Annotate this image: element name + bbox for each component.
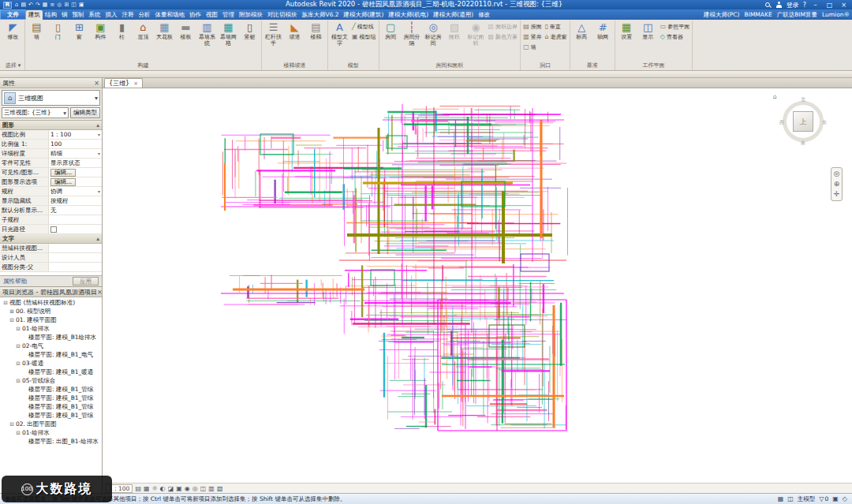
ribbon-tab[interactable]: 建筑 <box>26 10 43 20</box>
ribbon-tab[interactable]: 建模大师(机电) <box>386 9 431 20</box>
ribbon-tool[interactable]: ◫显示 <box>637 21 659 41</box>
ribbon-tool[interactable]: ▯垂直 <box>544 22 569 32</box>
edit-type-button[interactable]: 编辑类型 <box>70 107 100 118</box>
visual-style-icon[interactable]: ▦ <box>144 484 150 493</box>
ribbon-tab[interactable]: 钢 <box>59 9 70 20</box>
property-value[interactable]: 协调▾ <box>49 187 102 196</box>
ribbon-tool[interactable]: ▥竖井 <box>521 32 544 42</box>
expand-icon[interactable]: ⊟ <box>15 378 21 384</box>
property-value[interactable]: 显示原状态 <box>49 159 102 167</box>
redo-icon[interactable]: ↷ <box>36 2 40 8</box>
ribbon-tool[interactable]: ▩颜色方案 <box>487 32 520 42</box>
temporary-view-properties-icon[interactable]: ▥ <box>208 484 215 493</box>
ribbon-tab[interactable]: 附加模块 <box>237 9 265 20</box>
minimize-button[interactable]: – <box>810 1 820 9</box>
plugin-tab[interactable]: 建模大师(PC) <box>701 9 742 20</box>
filter-button[interactable]: ▽0 <box>819 495 828 502</box>
section-icon[interactable]: ◫ <box>71 2 77 8</box>
steering-wheel-icon[interactable]: ◎ <box>834 170 840 177</box>
view-cube[interactable]: ⌂ 上 北 东 南 西 <box>778 96 828 147</box>
expand-icon[interactable]: ⊟ <box>9 317 15 323</box>
ribbon-tab[interactable]: 插入 <box>103 9 120 20</box>
open-icon[interactable]: ⌂ <box>15 2 18 8</box>
tree-item[interactable]: 楼层平面: 出图_B1-给排水 <box>0 437 102 446</box>
ribbon-tab[interactable]: 协作 <box>187 9 204 20</box>
zoom-icon[interactable]: ⊕ <box>834 181 840 188</box>
plugin-tab[interactable]: 广联达BIM算量 <box>775 9 820 20</box>
tag-icon[interactable]: ◎ <box>57 2 62 8</box>
rendering-icon[interactable]: ◪ <box>168 484 174 493</box>
print-icon[interactable]: ▦ <box>43 2 48 8</box>
login-button[interactable]: 登录 <box>787 1 799 9</box>
tree-item[interactable]: ⊟01. 建模平面图 <box>0 315 102 324</box>
sun-path-icon[interactable]: ☼ <box>152 484 158 493</box>
tree-item[interactable]: 楼层平面: 建模_B1_管综 <box>0 402 102 411</box>
crop-view-icon[interactable]: ▣ <box>176 484 182 493</box>
navigation-bar[interactable]: ◎⊕✛ <box>831 167 843 201</box>
tree-item[interactable]: 楼层平面: 建模_B1_管综 <box>0 411 102 420</box>
ribbon-tab[interactable]: 管理 <box>220 9 237 20</box>
temporary-hide-icon[interactable]: ◎ <box>192 484 198 493</box>
property-value[interactable] <box>49 253 102 262</box>
ribbon-tool[interactable]: ⌂老虎窗 <box>544 32 569 42</box>
property-value[interactable] <box>49 225 102 233</box>
ribbon-tool[interactable]: △标高 <box>571 21 592 41</box>
property-value[interactable]: 编辑... <box>49 168 102 177</box>
ribbon-tool[interactable]: ▧面积边界 <box>487 22 520 32</box>
apply-button[interactable]: 应用 <box>73 277 99 286</box>
worksets-icon[interactable]: ◫ <box>787 496 794 502</box>
tree-item[interactable]: ⊟01-给排水 <box>0 324 102 333</box>
tree-item[interactable]: 楼层平面: 建模_B1_电气 <box>0 350 102 359</box>
expand-icon[interactable]: ⊟ <box>15 326 21 332</box>
ribbon-tool[interactable]: ▢房间 <box>380 21 402 41</box>
ribbon-tab[interactable]: 注释 <box>120 9 136 20</box>
expand-icon[interactable]: ⊟ <box>9 421 15 427</box>
revit-app-icon[interactable]: R <box>3 2 12 9</box>
expand-icon[interactable]: ⊟ <box>15 343 21 349</box>
search-icon[interactable] <box>764 2 772 9</box>
ribbon-tab[interactable]: 结构 <box>43 9 59 20</box>
ribbon-tool[interactable]: ▤墙 <box>26 21 47 41</box>
ribbon-tool[interactable]: ▥幕墙系统 <box>196 21 218 47</box>
view-tab-3d[interactable]: {三维} × <box>104 78 143 88</box>
ribbon-tool[interactable]: ▦幕墙网格 <box>218 21 239 47</box>
drawing-canvas[interactable]: ⌂ 上 北 东 南 西 ◎⊕✛ <box>103 88 852 483</box>
instance-selector[interactable]: 三维视图: {三维} ▾ <box>2 107 69 118</box>
tree-item[interactable]: 楼层平面: 建模_B1_管综 <box>0 394 102 402</box>
close-icon[interactable]: × <box>94 80 99 87</box>
ribbon-tool[interactable]: ◎标记房间 <box>423 21 444 47</box>
properties-header[interactable]: 属性 × <box>0 78 102 88</box>
property-value[interactable] <box>49 244 102 252</box>
home-icon[interactable]: ⌂ <box>773 93 777 100</box>
ribbon-tool[interactable]: ▣模型组 <box>350 32 378 42</box>
tree-item[interactable]: ⊞00. 模型说明 <box>0 307 102 315</box>
constraints-icon[interactable]: ▧ <box>217 484 223 493</box>
tree-item[interactable]: 楼层平面: 建模_B1给排水 <box>0 333 102 342</box>
tree-item[interactable]: 楼层平面: 建模_B1_管综 <box>0 385 102 394</box>
tree-item[interactable]: ⊟视图 (慧城科技视图标准) <box>0 298 102 307</box>
ribbon-tab[interactable]: 建模大师(建筑) <box>342 9 387 20</box>
plugin-tab[interactable]: BIMMAKE <box>742 9 775 20</box>
measure-icon[interactable]: ≡ <box>50 2 54 8</box>
ribbon-tab[interactable]: 视图 <box>204 9 220 20</box>
ribbon-tool[interactable]: ▤楼梯 <box>305 21 327 41</box>
property-value[interactable] <box>49 263 102 271</box>
detail-level-icon[interactable]: ▤ <box>135 484 141 493</box>
viewcube-cube[interactable]: 上 <box>793 111 813 132</box>
tree-item[interactable]: ⊟05-管线综合 <box>0 376 102 385</box>
tree-item[interactable]: 楼层平面: 建模_B1_暖通 <box>0 368 102 376</box>
ribbon-tab[interactable]: 体量和场地 <box>153 9 188 20</box>
maximize-button[interactable]: □ <box>824 1 835 9</box>
ribbon-tab[interactable]: 建模大师(通用) <box>431 9 476 20</box>
properties-help-link[interactable]: 属性帮助 <box>3 278 27 286</box>
ribbon-tool[interactable]: ╱模型线 <box>350 22 378 32</box>
property-value[interactable]: 精细▾ <box>49 149 102 158</box>
compass-south-label[interactable]: 南 <box>801 140 805 147</box>
ribbon-tool[interactable]: ◇查看器 <box>659 32 692 42</box>
property-value[interactable]: 1 : 100▾ <box>49 130 102 139</box>
exclude-options-icon[interactable]: ◇ <box>843 496 847 502</box>
property-value[interactable]: 编辑... <box>49 177 102 186</box>
ribbon-tool[interactable]: ▮柱 <box>111 21 133 41</box>
plugin-tab[interactable]: Lumion® <box>820 9 852 20</box>
tree-item[interactable]: ⊟01-给排水 <box>0 428 102 437</box>
